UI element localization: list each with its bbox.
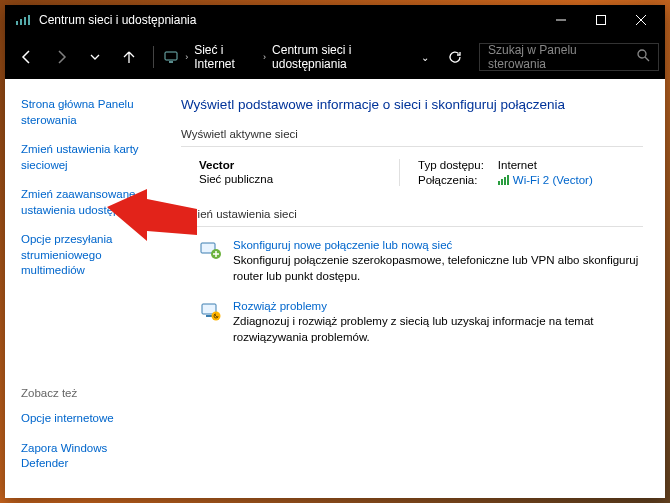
connection-value: Wi-Fi 2 (Vector)	[513, 174, 593, 186]
network-identity: Vector Sieć publiczna	[199, 159, 399, 186]
sidebar-internet-options-link[interactable]: Opcje internetowe	[21, 411, 151, 427]
new-connection-desc: Skonfiguruj połączenie szerokopasmowe, t…	[233, 253, 643, 284]
back-button[interactable]	[11, 41, 43, 73]
close-button[interactable]	[621, 5, 661, 35]
change-settings-heading: Zmień ustawienia sieci	[181, 208, 643, 220]
window: Centrum sieci i udostępniania ›	[5, 5, 665, 498]
sidebar-home-link[interactable]: Strona główna Panelu sterowania	[21, 97, 151, 128]
troubleshoot-icon	[199, 300, 223, 324]
main-panel: Wyświetl podstawowe informacje o sieci i…	[163, 79, 665, 498]
wifi-icon	[498, 175, 509, 185]
svg-rect-3	[28, 15, 30, 25]
chevron-right-icon: ›	[261, 52, 268, 62]
action-new-connection: Skonfiguruj nowe połączenie lub nową sie…	[199, 239, 643, 284]
svg-rect-8	[165, 52, 177, 60]
sidebar-sharing-settings-link[interactable]: Zmień zaawansowane ustawienia udostępnia…	[21, 187, 151, 218]
maximize-button[interactable]	[581, 5, 621, 35]
svg-line-11	[645, 57, 649, 61]
app-icon	[15, 12, 31, 28]
new-connection-icon	[199, 239, 223, 263]
svg-rect-5	[597, 16, 606, 25]
svg-rect-1	[20, 19, 22, 25]
separator	[153, 46, 154, 68]
svg-rect-15	[206, 315, 212, 317]
address-dropdown[interactable]: ⌄	[413, 52, 437, 63]
breadcrumb-seg2[interactable]: Centrum sieci i udostępniania	[268, 43, 411, 71]
troubleshoot-link[interactable]: Rozwiąż problemy	[233, 300, 643, 312]
content-area: Strona główna Panelu sterowania Zmień us…	[5, 79, 665, 498]
chevron-right-icon: ›	[183, 52, 190, 62]
network-type: Sieć publiczna	[199, 173, 399, 185]
troubleshoot-desc: Zdiagnozuj i rozwiąż problemy z siecią l…	[233, 314, 643, 345]
up-button[interactable]	[113, 41, 145, 73]
sidebar-firewall-link[interactable]: Zapora Windows Defender	[21, 441, 151, 472]
active-networks-heading: Wyświetl aktywne sieci	[181, 128, 643, 140]
svg-point-10	[638, 50, 646, 58]
forward-button[interactable]	[45, 41, 77, 73]
search-placeholder: Szukaj w Panelu sterowania	[488, 43, 637, 71]
access-type-value: Internet	[498, 159, 593, 171]
new-connection-link[interactable]: Skonfiguruj nowe połączenie lub nową sie…	[233, 239, 643, 251]
network-icon	[162, 47, 179, 67]
minimize-button[interactable]	[541, 5, 581, 35]
divider	[181, 226, 643, 227]
connection-link[interactable]: Wi-Fi 2 (Vector)	[498, 174, 593, 186]
recent-dropdown-button[interactable]	[79, 41, 111, 73]
titlebar: Centrum sieci i udostępniania	[5, 5, 665, 35]
address-bar[interactable]: › Sieć i Internet › Centrum sieci i udos…	[162, 41, 411, 73]
divider	[181, 146, 643, 147]
network-block: Vector Sieć publiczna Typ dostępu: Inter…	[199, 159, 643, 186]
access-type-label: Typ dostępu:	[418, 159, 484, 171]
network-details: Typ dostępu: Internet Połączenia: Wi-Fi …	[418, 159, 593, 186]
search-input[interactable]: Szukaj w Panelu sterowania	[479, 43, 659, 71]
window-title: Centrum sieci i udostępniania	[39, 13, 541, 27]
network-name: Vector	[199, 159, 399, 171]
divider	[399, 159, 400, 186]
sidebar-streaming-link[interactable]: Opcje przesyłania strumieniowego multime…	[21, 232, 151, 279]
svg-rect-0	[16, 21, 18, 25]
sidebar-adapter-settings-link[interactable]: Zmień ustawienia karty sieciowej	[21, 142, 151, 173]
connections-label: Połączenia:	[418, 174, 484, 186]
sidebar-footer-heading: Zobacz też	[21, 386, 151, 402]
breadcrumb-seg1[interactable]: Sieć i Internet	[190, 43, 261, 71]
svg-rect-2	[24, 17, 26, 25]
page-title: Wyświetl podstawowe informacje o sieci i…	[181, 97, 643, 112]
sidebar: Strona główna Panelu sterowania Zmień us…	[5, 79, 163, 498]
refresh-button[interactable]	[439, 41, 471, 73]
action-troubleshoot: Rozwiąż problemy Zdiagnozuj i rozwiąż pr…	[199, 300, 643, 345]
navbar: › Sieć i Internet › Centrum sieci i udos…	[5, 35, 665, 79]
search-icon	[637, 48, 650, 66]
